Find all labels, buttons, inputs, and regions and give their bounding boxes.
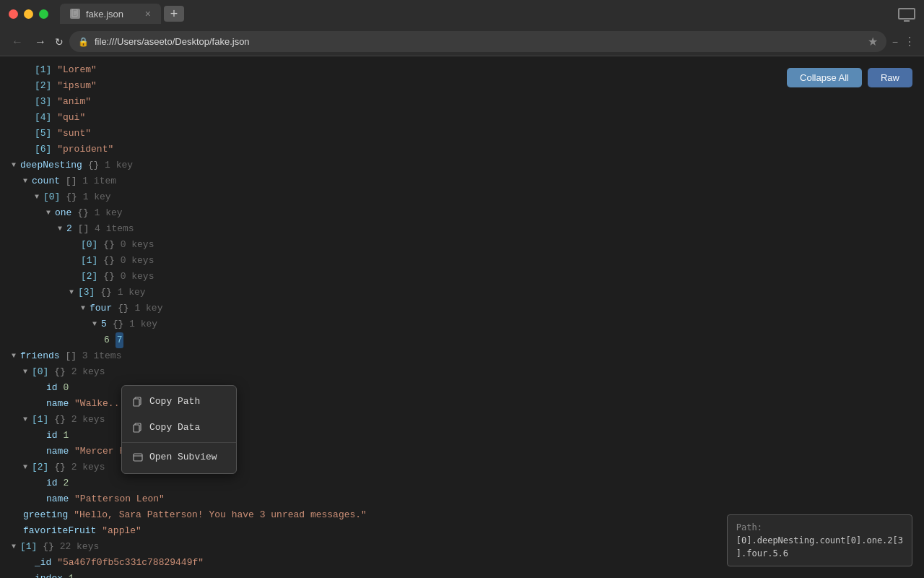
- expand-triangle[interactable]: [92, 316, 101, 332]
- copy-path-label: Copy Path: [149, 394, 200, 410]
- minimize-button[interactable]: [24, 9, 33, 19]
- array-index: [3]: [78, 285, 95, 301]
- zoom-button[interactable]: −: [892, 36, 898, 48]
- refresh-button[interactable]: ↻: [55, 36, 64, 48]
- property-key: id: [46, 475, 58, 491]
- menu-button[interactable]: ⋮: [904, 35, 915, 48]
- string-value: "Lorem": [57, 62, 97, 78]
- expand-triangle[interactable]: [12, 158, 20, 173]
- json-line: friends [] 3 items: [12, 348, 912, 364]
- tab-close-button[interactable]: ×: [145, 8, 151, 20]
- array-index: [3]: [35, 94, 51, 110]
- string-value: "apple": [102, 523, 141, 539]
- expand-triangle[interactable]: [23, 173, 32, 189]
- array-index: [2]: [35, 78, 51, 94]
- string-value: "ipsum": [57, 78, 97, 94]
- copy-data-menu-item[interactable]: Copy Data: [122, 415, 236, 441]
- string-value: "Hello, Sara Patterson! You have 3 unrea…: [74, 507, 367, 523]
- string-value: "proident": [57, 142, 113, 158]
- open-subview-label: Open Subview: [149, 449, 217, 465]
- svg-rect-7: [134, 425, 139, 432]
- expand-triangle[interactable]: [23, 460, 32, 475]
- expand-triangle[interactable]: [35, 189, 43, 205]
- traffic-lights: [9, 9, 48, 19]
- array-index: [1]: [81, 253, 97, 269]
- tab-bar: fake.json × +: [60, 4, 898, 24]
- key-6: 6: [104, 332, 110, 348]
- expand-triangle[interactable]: [81, 301, 90, 316]
- value-7: 7: [116, 332, 124, 348]
- expand-triangle[interactable]: [12, 348, 20, 364]
- object-key: one: [55, 205, 71, 221]
- display-icon: [898, 8, 915, 20]
- url-bar[interactable]: 🔒 file:///Users/aseeto/Desktop/fake.json…: [69, 31, 886, 52]
- expand-triangle[interactable]: [23, 412, 32, 428]
- property-key: favoriteFruit: [23, 523, 96, 539]
- copy-data-label: Copy Data: [149, 420, 200, 436]
- property-key: id: [46, 428, 58, 444]
- json-line: [6] "proident": [12, 142, 912, 158]
- menu-divider: [122, 442, 236, 443]
- json-line: [0] {} 0 keys: [12, 237, 912, 253]
- object-key: friends: [20, 348, 60, 364]
- copy-data-icon: [132, 422, 144, 434]
- open-subview-menu-item[interactable]: Open Subview: [122, 444, 236, 470]
- array-index: [1]: [35, 62, 51, 78]
- number-value: 1: [69, 571, 74, 578]
- object-key: four: [90, 301, 112, 316]
- number-value: 2: [63, 475, 69, 491]
- active-tab[interactable]: fake.json ×: [60, 4, 161, 24]
- new-tab-button[interactable]: +: [164, 6, 184, 22]
- path-label: Path:: [736, 522, 762, 532]
- json-line: name "Patterson Leon": [12, 491, 912, 507]
- copy-icon: [132, 396, 144, 407]
- maximize-button[interactable]: [39, 9, 48, 19]
- json-line: [1] {} 0 keys: [12, 253, 912, 269]
- tab-file-icon: [70, 9, 80, 19]
- subview-icon: [132, 452, 144, 463]
- json-line: index 1: [12, 571, 912, 578]
- object-key: deepNesting: [20, 158, 82, 173]
- json-line: [5] "sunt": [12, 126, 912, 142]
- raw-button[interactable]: Raw: [868, 68, 912, 87]
- titlebar-right: [898, 8, 915, 20]
- json-viewer[interactable]: Collapse All Raw [1] "Lorem" [2] "ipsum"…: [0, 56, 924, 578]
- object-key: 2: [66, 221, 72, 237]
- property-key: name: [46, 396, 69, 412]
- expand-triangle[interactable]: [58, 221, 66, 237]
- expand-triangle[interactable]: [46, 205, 55, 221]
- number-value: 0: [63, 380, 69, 396]
- json-line: 5 {} 1 key: [12, 316, 912, 332]
- json-line: count [] 1 item: [12, 173, 912, 189]
- svg-rect-8: [134, 454, 142, 461]
- array-index: [6]: [35, 142, 51, 158]
- context-menu: Copy Path Copy Data: [121, 385, 237, 474]
- path-value: [0].deepNesting.count[0].one.2[3].four.5…: [736, 535, 903, 558]
- tab-title: fake.json: [86, 9, 123, 20]
- json-line: [2] "ipsum": [12, 78, 912, 94]
- bookmark-button[interactable]: ★: [868, 35, 878, 48]
- property-key: id: [46, 380, 58, 396]
- expand-triangle[interactable]: [23, 364, 32, 380]
- expand-triangle[interactable]: [12, 539, 20, 555]
- close-button[interactable]: [9, 9, 18, 19]
- collapse-all-button[interactable]: Collapse All: [787, 68, 862, 87]
- expand-triangle[interactable]: [69, 285, 78, 301]
- forward-button[interactable]: →: [32, 35, 49, 48]
- back-button[interactable]: ←: [9, 35, 26, 48]
- json-line: [0] {} 2 keys: [12, 364, 912, 380]
- property-key: name: [46, 491, 69, 507]
- json-line: [4] "qui": [12, 110, 912, 126]
- lock-icon: 🔒: [78, 37, 89, 47]
- json-line: id 2: [12, 475, 912, 491]
- property-key: greeting: [23, 507, 68, 523]
- copy-path-menu-item[interactable]: Copy Path: [122, 389, 236, 415]
- property-key: name: [46, 444, 69, 460]
- json-line: four {} 1 key: [12, 301, 912, 316]
- array-index: [0]: [81, 237, 97, 253]
- path-tooltip: Path: [0].deepNesting.count[0].one.2[3].…: [727, 514, 912, 566]
- array-index: [2]: [32, 460, 48, 475]
- array-index: [4]: [35, 110, 51, 126]
- json-line: 2 [] 4 items: [12, 221, 912, 237]
- string-value: "Patterson Leon": [74, 491, 165, 507]
